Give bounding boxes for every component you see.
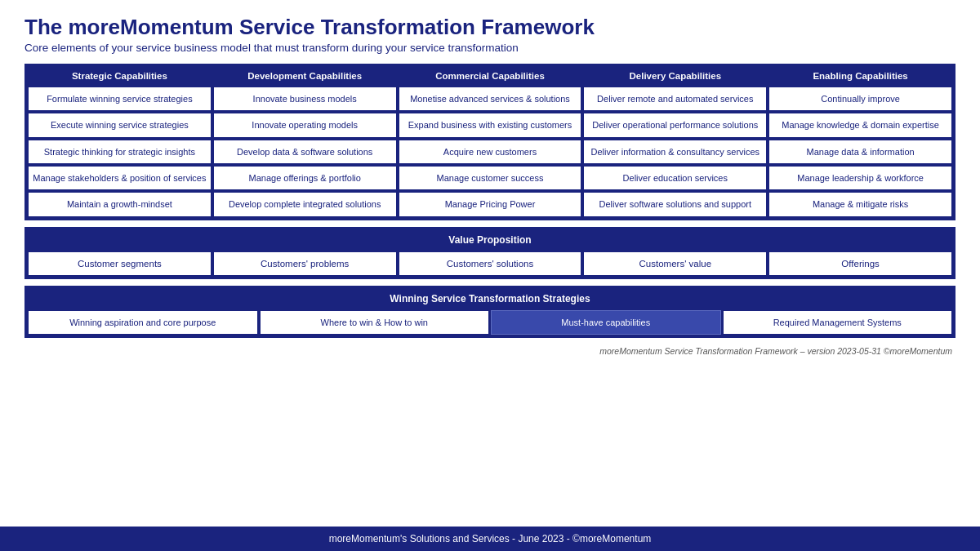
footer: moreMomentum's Solutions and Services - …: [0, 527, 980, 551]
value-proposition-header: Value Proposition: [28, 230, 952, 250]
capabilities-section: Strategic Capabilities Formulate winning…: [24, 64, 956, 220]
capability-column-4: Enabling Capabilities Continually improv…: [768, 67, 952, 216]
capability-header-2: Commercial Capabilities: [399, 67, 582, 85]
capability-column-1: Development Capabilities Innovate busine…: [213, 67, 397, 216]
strategy-item-3: Required Management Systems: [723, 310, 953, 335]
capability-item: Deliver information & consultancy servic…: [583, 140, 767, 164]
capability-item: Innovate business models: [213, 87, 397, 111]
value-item-2: Customers' solutions: [399, 251, 582, 276]
content-area: The moreMomentum Service Transformation …: [0, 0, 980, 527]
capability-item: Manage offerings & portfolio: [213, 166, 397, 190]
capability-column-2: Commercial Capabilities Monetise advance…: [399, 67, 582, 216]
capability-item: Manage leadership & workforce: [768, 166, 952, 190]
capability-item: Continually improve: [768, 87, 952, 111]
capability-header-1: Development Capabilities: [213, 67, 397, 85]
capability-item: Deliver education services: [583, 166, 767, 190]
capability-item: Expand business with existing customers: [399, 113, 582, 137]
capability-item: Strategic thinking for strategic insight…: [28, 140, 212, 164]
value-item-0: Customer segments: [28, 251, 212, 276]
capability-item: Formulate winning service strategies: [28, 87, 212, 111]
capability-item: Execute winning service strategies: [28, 113, 212, 137]
capability-item: Deliver software solutions and support: [583, 192, 767, 216]
capability-column-3: Delivery Capabilities Deliver remote and…: [583, 67, 767, 216]
main-title: The moreMomentum Service Transformation …: [24, 15, 956, 40]
capability-item: Develop complete integrated solutions: [213, 192, 397, 216]
capability-item: Monetise advanced services & solutions: [399, 87, 582, 111]
capability-item: Deliver remote and automated services: [583, 87, 767, 111]
strategy-item-2: Must-have capabilities: [491, 310, 721, 335]
capability-item: Develop data & software solutions: [213, 140, 397, 164]
capability-item: Manage knowledge & domain expertise: [768, 113, 952, 137]
version-note: moreMomentum Service Transformation Fram…: [24, 346, 956, 356]
strategies-items-row: Winning aspiration and core purpose Wher…: [28, 310, 952, 335]
capability-item: Acquire new customers: [399, 140, 582, 164]
strategy-item-0: Winning aspiration and core purpose: [28, 310, 258, 335]
strategies-header: Winning Service Transformation Strategie…: [28, 289, 952, 309]
strategy-item-1: Where to win & How to win: [260, 310, 490, 335]
capability-item: Innovate operating models: [213, 113, 397, 137]
capability-header-3: Delivery Capabilities: [583, 67, 767, 85]
capability-item: Manage stakeholders & position of servic…: [28, 166, 212, 190]
sub-title: Core elements of your service business m…: [24, 42, 956, 54]
value-items-row: Customer segments Customers' problems Cu…: [28, 251, 952, 276]
capability-item: Manage & mitigate risks: [768, 192, 952, 216]
footer-text: moreMomentum's Solutions and Services - …: [329, 533, 652, 544]
capability-item: Deliver operational performance solution…: [583, 113, 767, 137]
strategies-section: Winning Service Transformation Strategie…: [24, 286, 956, 338]
title-section: The moreMomentum Service Transformation …: [24, 15, 956, 54]
capability-item: Manage Pricing Power: [399, 192, 582, 216]
capability-item: Manage customer success: [399, 166, 582, 190]
capability-item: Manage data & information: [768, 140, 952, 164]
capability-header-4: Enabling Capabilities: [768, 67, 952, 85]
value-item-1: Customers' problems: [213, 251, 397, 276]
capability-item: Maintain a growth-mindset: [28, 192, 212, 216]
value-item-3: Customers' value: [583, 251, 767, 276]
value-item-4: Offerings: [768, 251, 952, 276]
value-proposition-section: Value Proposition Customer segments Cust…: [24, 227, 956, 279]
capability-column-0: Strategic Capabilities Formulate winning…: [28, 67, 212, 216]
capability-header-0: Strategic Capabilities: [28, 67, 212, 85]
main-container: The moreMomentum Service Transformation …: [0, 0, 980, 551]
